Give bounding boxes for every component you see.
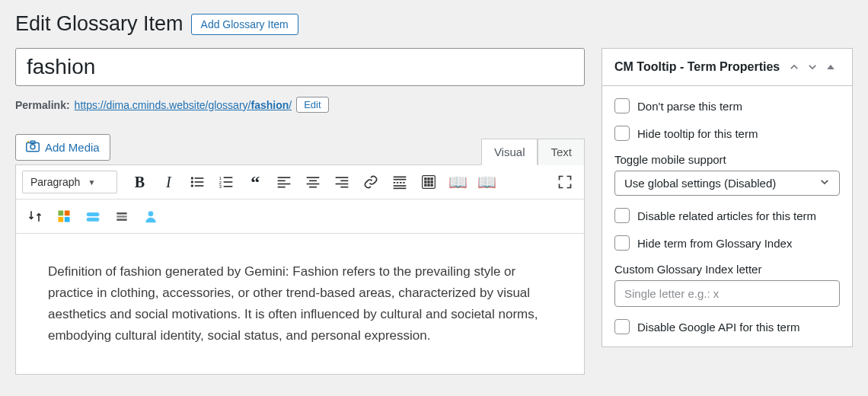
add-media-button[interactable]: Add Media	[15, 134, 110, 161]
glossary-book-exclude-icon[interactable]: 📖	[474, 170, 499, 194]
svg-rect-32	[424, 177, 426, 180]
hide-from-index-checkbox[interactable]	[614, 235, 630, 251]
toolbar-toggle-button[interactable]	[416, 170, 442, 194]
post-title-input[interactable]	[15, 48, 585, 86]
caret-down-icon: ▼	[88, 178, 95, 187]
permalink-row: Permalink: https://dima.cminds.website/g…	[15, 97, 585, 113]
svg-rect-8	[195, 185, 204, 187]
svg-text:3: 3	[219, 184, 222, 189]
permalink-label: Permalink:	[15, 99, 70, 111]
sort-icon[interactable]	[22, 204, 48, 228]
link-button[interactable]	[358, 170, 384, 194]
svg-rect-47	[116, 212, 126, 215]
term-properties-box: CM Tooltip - Term Properties Don't parse…	[602, 48, 853, 347]
bulleted-list-button[interactable]	[184, 170, 210, 194]
editor-content[interactable]: Definition of fashion generated by Gemin…	[16, 234, 584, 374]
editor-toolbar-2	[16, 200, 584, 234]
align-center-button[interactable]	[300, 170, 326, 194]
svg-rect-24	[341, 180, 349, 182]
format-select[interactable]: Paragraph ▼	[22, 171, 117, 193]
svg-rect-43	[59, 217, 64, 222]
svg-rect-38	[424, 184, 426, 187]
svg-rect-35	[424, 180, 426, 183]
custom-letter-label: Custom Glossary Index letter	[614, 263, 840, 276]
svg-rect-25	[336, 184, 349, 185]
add-glossary-item-button[interactable]: Add Glossary Item	[191, 14, 298, 35]
editor-toolbar-1: Paragraph ▼ B I 123 “	[16, 165, 584, 200]
move-up-icon[interactable]	[785, 58, 803, 76]
toggle-mobile-label: Toggle mobile support	[614, 153, 840, 166]
disable-related-checkbox[interactable]	[614, 208, 630, 223]
svg-rect-33	[428, 177, 430, 180]
align-right-button[interactable]	[329, 170, 355, 194]
person-icon[interactable]	[138, 204, 164, 228]
svg-point-50	[148, 211, 154, 216]
svg-rect-41	[59, 211, 64, 216]
svg-rect-14	[224, 186, 233, 187]
svg-point-3	[191, 177, 193, 179]
lines-icon[interactable]	[109, 204, 135, 228]
svg-rect-10	[224, 177, 233, 178]
dont-parse-label: Don't parse this term	[637, 100, 742, 113]
editor: Paragraph ▼ B I 123 “	[15, 164, 585, 375]
toggle-panel-icon[interactable]	[822, 58, 840, 76]
svg-rect-6	[195, 181, 204, 183]
svg-rect-22	[309, 187, 317, 188]
svg-point-1	[30, 145, 35, 149]
svg-rect-23	[336, 177, 349, 178]
permalink-link[interactable]: https://dima.cminds.website/glossary/fas…	[75, 99, 292, 111]
bold-button[interactable]: B	[126, 170, 152, 194]
svg-rect-46	[87, 218, 100, 222]
svg-rect-48	[116, 216, 126, 218]
align-left-button[interactable]	[271, 170, 297, 194]
svg-rect-44	[65, 217, 70, 222]
blockquote-button[interactable]: “	[242, 170, 268, 194]
disable-related-label: Disable related articles for this term	[637, 209, 816, 222]
glossary-book-icon[interactable]: 📖	[445, 170, 471, 194]
svg-rect-36	[428, 180, 430, 183]
svg-rect-18	[278, 187, 286, 188]
tab-text[interactable]: Text	[538, 139, 585, 165]
svg-rect-34	[431, 177, 433, 180]
svg-rect-30	[394, 188, 407, 190]
disable-google-label: Disable Google API for this term	[637, 321, 799, 334]
add-media-label: Add Media	[45, 141, 100, 154]
italic-button[interactable]: I	[155, 170, 181, 194]
svg-rect-40	[431, 184, 433, 187]
svg-rect-29	[394, 185, 407, 187]
tab-visual[interactable]: Visual	[481, 139, 538, 165]
camera-icon	[26, 140, 40, 155]
numbered-list-button[interactable]: 123	[213, 170, 239, 194]
fullscreen-button[interactable]	[552, 170, 578, 194]
page-title: Edit Glossary Item	[15, 12, 183, 36]
svg-point-7	[191, 184, 193, 187]
svg-rect-15	[278, 177, 291, 178]
disable-google-checkbox[interactable]	[614, 319, 630, 334]
svg-rect-12	[224, 181, 233, 183]
svg-rect-39	[428, 184, 430, 187]
grid-icon[interactable]	[51, 204, 77, 228]
pill-icon[interactable]	[80, 204, 106, 228]
read-more-button[interactable]	[387, 170, 413, 194]
svg-rect-42	[65, 211, 70, 216]
svg-rect-28	[394, 179, 407, 180]
toggle-mobile-select[interactable]: Use global settings (Disabled)	[614, 171, 840, 196]
svg-point-5	[191, 180, 193, 183]
postbox-title: CM Tooltip - Term Properties	[614, 59, 785, 75]
chevron-down-icon	[819, 177, 830, 190]
hide-tooltip-checkbox[interactable]	[614, 126, 630, 141]
move-down-icon[interactable]	[803, 58, 822, 76]
svg-rect-26	[341, 187, 349, 188]
hide-tooltip-label: Hide tooltip for this term	[637, 127, 758, 140]
edit-permalink-button[interactable]: Edit	[296, 97, 328, 113]
custom-letter-input[interactable]	[614, 280, 840, 307]
svg-rect-17	[278, 184, 291, 185]
svg-rect-45	[87, 212, 100, 216]
dont-parse-checkbox[interactable]	[614, 98, 630, 113]
svg-rect-27	[394, 177, 407, 178]
hide-from-index-label: Hide term from Glossary Index	[637, 237, 792, 250]
svg-rect-49	[116, 219, 126, 221]
svg-rect-20	[309, 180, 317, 182]
svg-rect-21	[307, 184, 320, 185]
svg-rect-37	[431, 180, 433, 183]
